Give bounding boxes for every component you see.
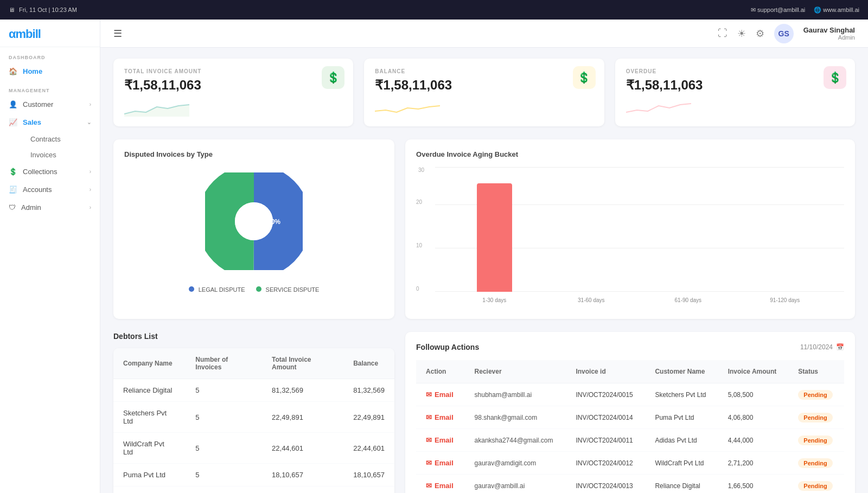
stat-cards-row: TOTAL INVOICE AMOUNT ₹1,58,11,063 💲 BALA… [113,59,855,126]
settings-icon[interactable]: ⚙ [756,28,764,40]
followup-invoice-id: INV/OCT2024/0011 [566,429,645,452]
email-action: ✉ Email [426,413,455,421]
followup-customer: Puma Pvt Ltd [645,406,718,429]
y-label-20: 20 [416,199,422,205]
stat-card-balance: BALANCE ₹1,58,11,063 💲 [364,59,604,126]
collections-icon: 💲 [9,168,17,176]
followup-customer: Sketchers Pvt Ltd [645,383,718,406]
logo: αmbill [0,20,100,47]
status-badge: Pending [798,390,832,400]
menu-toggle-icon[interactable]: ☰ [113,28,122,40]
pie-chart-title: Disputed Invoices by Type [124,150,384,158]
email-icon: ✉ [426,413,432,421]
debtor-company: Reliance Digital [113,379,186,402]
sales-icon: 📈 [9,118,17,126]
followup-header: Followup Actions 11/10/2024 📅 [416,343,844,351]
charts-row: Disputed Invoices by Type 50.0% 50.0% [113,139,855,319]
debtors-row: Sketchers Pvt Ltd 5 22,49,891 22,49,891 [113,402,394,433]
followup-invoice-id: INV/OCT2024/0013 [566,475,645,494]
home-icon: 🏠 [9,67,17,75]
followup-tbody: ✉ Email shubham@ambill.ai INV/OCT2024/00… [416,383,844,494]
x-label-91-120: 91-120 days [737,297,833,303]
total-invoice-label: TOTAL INVOICE AMOUNT [124,68,342,74]
x-labels: 1-30 days 31-60 days 61-90 days 91-120 d… [435,292,844,308]
followup-receiver: akanksha2744@gmail.com [465,429,566,452]
debtors-section: Debtors List Company Name Number of Invo… [113,332,394,493]
expand-icon[interactable]: ⛶ [718,28,727,39]
debtors-row: Adidas Pvt Ltd 5 13,73,345 13,73,345 [113,486,394,494]
debtor-balance: 22,49,891 [343,402,394,433]
balance-value: ₹1,58,11,063 [375,78,593,93]
user-info: Gaurav Singhal Admin [803,26,855,41]
followup-status: Pending [788,475,844,494]
management-section-label: MANAGEMENT [0,80,100,95]
followup-thead: Action Reciever Invoice id Customer Name… [416,360,844,383]
x-label-1-30: 1-30 days [446,297,542,303]
debtors-title: Debtors List [113,332,394,341]
debtors-row: WildCraft Pvt Ltd 5 22,44,601 22,44,601 [113,433,394,464]
followup-row: ✉ Email gaurav@ambill.ai INV/OCT2024/001… [416,475,844,494]
chevron-right-icon-4: › [90,204,91,210]
followup-status: Pending [788,429,844,452]
pie-legend: LEGAL DISPUTE SERVICE DISPUTE [124,286,384,293]
followup-header-row: Action Reciever Invoice id Customer Name… [416,360,844,383]
followup-row: ✉ Email gaurav@amdigit.com INV/OCT2024/0… [416,452,844,475]
sidebar-item-contracts[interactable]: Contracts [22,131,100,147]
legend-legal-dot [189,286,194,292]
sidebar-admin-label: Admin [21,203,41,212]
followup-customer: Adidas Pvt Ltd [645,429,718,452]
legend-service: SERVICE DISPUTE [256,286,320,293]
support-email: ✉ support@ambill.ai [751,7,805,14]
followup-action: ✉ Email [416,475,465,494]
email-icon: ✉ [426,482,432,490]
y-label-30: 30 [418,167,424,173]
followup-invoice-id: INV/OCT2024/0012 [566,452,645,475]
debtor-total: 18,10,657 [262,464,343,486]
sidebar-item-accounts[interactable]: 🧾 Accounts › [0,181,100,199]
bar-chart-card: Overdue Invoice Aging Bucket 0 10 20 30 [405,139,855,319]
sidebar-item-home[interactable]: 🏠 Home [0,62,100,80]
sidebar-item-admin[interactable]: 🛡 Admin › [0,199,100,216]
sidebar-item-collections[interactable]: 💲 Collections › [0,163,100,181]
followup-row: ✉ Email 98.shank@gmail.com INV/OCT2024/0… [416,406,844,429]
debtors-table-card: Company Name Number of Invoices Total In… [113,348,394,493]
debtor-company: Adidas Pvt Ltd [113,486,186,494]
debtor-total: 22,49,891 [262,402,343,433]
sidebar-item-customer[interactable]: 👤 Customer › [0,95,100,113]
admin-icon: 🛡 [9,203,16,212]
debtor-invoices: 5 [186,464,262,486]
overdue-label: OVERDUE [626,68,844,74]
topbar-right: ✉ support@ambill.ai 🌐 www.ambill.ai [751,7,859,14]
debtor-invoices: 5 [186,402,262,433]
sidebar-item-invoices[interactable]: Invoices [22,147,100,163]
dashboard-section-label: DASHBOARD [0,47,100,62]
pie-chart-card: Disputed Invoices by Type 50.0% 50.0% [113,139,394,319]
followup-customer: Reliance Digital [645,475,718,494]
sidebar-home-label: Home [23,67,42,75]
debtor-total: 22,44,601 [262,433,343,464]
stat-card-total-invoice: TOTAL INVOICE AMOUNT ₹1,58,11,063 💲 [113,59,353,126]
debtor-invoices: 5 [186,433,262,464]
calendar-icon[interactable]: 📅 [836,343,844,351]
followup-amount: 4,06,800 [718,406,789,429]
topbar-datetime: 🖥 Fri, 11 Oct | 10:23 AM [9,7,77,13]
followup-amount: 5,08,500 [718,383,789,406]
sidebar-item-sales[interactable]: 📈 Sales ⌄ [0,113,100,131]
user-role: Admin [803,34,855,41]
followup-status: Pending [788,406,844,429]
customer-icon: 👤 [9,100,17,108]
col-balance: Balance [343,348,394,379]
followup-table: Action Reciever Invoice id Customer Name… [416,360,844,493]
website: 🌐 www.ambill.ai [814,7,859,14]
legend-service-dot [256,286,261,292]
brightness-icon[interactable]: ☀ [737,28,746,40]
followup-amount: 4,44,000 [718,429,789,452]
followup-receiver: shubham@ambill.ai [465,383,566,406]
stat-card-overdue: OVERDUE ₹1,58,11,063 💲 [615,59,855,126]
followup-action: ✉ Email [416,429,465,452]
followup-customer: WildCraft Pvt Ltd [645,452,718,475]
followup-card: Followup Actions 11/10/2024 📅 Action Rec… [405,332,855,493]
user-name: Gaurav Singhal [803,26,855,34]
fcol-action: Action [416,360,465,383]
chevron-right-icon: › [90,101,91,107]
